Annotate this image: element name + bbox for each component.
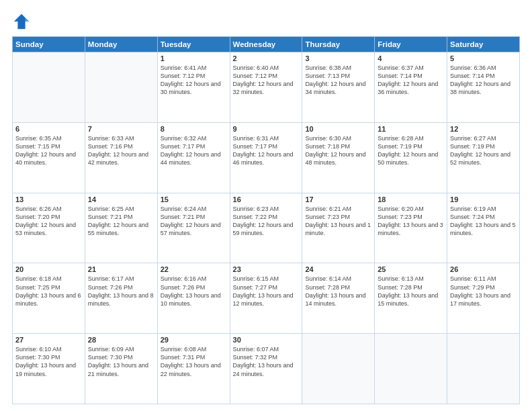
day-number: 16 <box>233 195 300 203</box>
day-number: 1 <box>161 54 227 62</box>
calendar-week-2: 6Sunrise: 6:35 AM Sunset: 7:15 PM Daylig… <box>13 122 520 193</box>
day-number: 22 <box>161 265 227 273</box>
day-info: Sunrise: 6:19 AM Sunset: 7:24 PM Dayligh… <box>450 205 517 238</box>
day-number: 20 <box>15 265 82 273</box>
day-info: Sunrise: 6:17 AM Sunset: 7:26 PM Dayligh… <box>88 275 154 308</box>
logo-icon <box>12 12 31 31</box>
day-number: 8 <box>161 125 227 133</box>
day-number: 29 <box>161 336 227 344</box>
day-number: 11 <box>378 125 444 133</box>
calendar-cell: 5Sunrise: 6:36 AM Sunset: 7:14 PM Daylig… <box>447 52 520 123</box>
calendar-cell: 16Sunrise: 6:23 AM Sunset: 7:22 PM Dayli… <box>230 193 302 263</box>
calendar-week-3: 13Sunrise: 6:26 AM Sunset: 7:20 PM Dayli… <box>13 193 520 263</box>
day-number: 6 <box>15 125 82 133</box>
calendar-cell: 26Sunrise: 6:11 AM Sunset: 7:29 PM Dayli… <box>447 263 520 334</box>
day-info: Sunrise: 6:28 AM Sunset: 7:19 PM Dayligh… <box>378 134 444 167</box>
day-info: Sunrise: 6:36 AM Sunset: 7:14 PM Dayligh… <box>450 64 517 97</box>
calendar-cell: 10Sunrise: 6:30 AM Sunset: 7:18 PM Dayli… <box>302 122 375 193</box>
calendar-cell: 28Sunrise: 6:09 AM Sunset: 7:30 PM Dayli… <box>85 334 157 404</box>
day-number: 27 <box>15 336 82 344</box>
calendar-cell: 12Sunrise: 6:27 AM Sunset: 7:19 PM Dayli… <box>447 122 520 193</box>
day-number: 5 <box>450 54 517 62</box>
calendar-cell: 30Sunrise: 6:07 AM Sunset: 7:32 PM Dayli… <box>230 334 302 404</box>
header <box>12 12 520 31</box>
calendar-cell: 8Sunrise: 6:32 AM Sunset: 7:17 PM Daylig… <box>157 122 230 193</box>
day-number: 30 <box>233 336 300 344</box>
calendar-cell: 2Sunrise: 6:40 AM Sunset: 7:12 PM Daylig… <box>230 52 302 123</box>
weekday-header-tuesday: Tuesday <box>157 37 230 52</box>
day-info: Sunrise: 6:11 AM Sunset: 7:29 PM Dayligh… <box>450 275 517 308</box>
calendar-cell: 11Sunrise: 6:28 AM Sunset: 7:19 PM Dayli… <box>375 122 447 193</box>
day-info: Sunrise: 6:23 AM Sunset: 7:22 PM Dayligh… <box>233 205 300 238</box>
day-number: 19 <box>450 195 517 203</box>
day-info: Sunrise: 6:08 AM Sunset: 7:31 PM Dayligh… <box>161 345 227 378</box>
day-number: 24 <box>305 265 371 273</box>
day-info: Sunrise: 6:25 AM Sunset: 7:21 PM Dayligh… <box>88 205 154 238</box>
day-number: 13 <box>15 195 82 203</box>
calendar-cell: 14Sunrise: 6:25 AM Sunset: 7:21 PM Dayli… <box>85 193 157 263</box>
day-number: 12 <box>450 125 517 133</box>
day-info: Sunrise: 6:33 AM Sunset: 7:16 PM Dayligh… <box>88 134 154 167</box>
calendar-cell: 4Sunrise: 6:37 AM Sunset: 7:14 PM Daylig… <box>375 52 447 123</box>
day-info: Sunrise: 6:14 AM Sunset: 7:28 PM Dayligh… <box>305 275 371 308</box>
weekday-header-friday: Friday <box>375 37 447 52</box>
calendar-cell: 6Sunrise: 6:35 AM Sunset: 7:15 PM Daylig… <box>13 122 85 193</box>
calendar-cell: 23Sunrise: 6:15 AM Sunset: 7:27 PM Dayli… <box>230 263 302 334</box>
calendar-cell: 22Sunrise: 6:16 AM Sunset: 7:26 PM Dayli… <box>157 263 230 334</box>
day-number: 2 <box>233 54 300 62</box>
calendar-cell: 18Sunrise: 6:20 AM Sunset: 7:23 PM Dayli… <box>375 193 447 263</box>
day-number: 23 <box>233 265 300 273</box>
day-number: 10 <box>305 125 371 133</box>
day-number: 7 <box>88 125 154 133</box>
day-number: 14 <box>88 195 154 203</box>
day-info: Sunrise: 6:37 AM Sunset: 7:14 PM Dayligh… <box>378 64 444 97</box>
calendar-week-1: 1Sunrise: 6:41 AM Sunset: 7:12 PM Daylig… <box>13 52 520 123</box>
day-info: Sunrise: 6:24 AM Sunset: 7:21 PM Dayligh… <box>161 205 227 238</box>
day-info: Sunrise: 6:32 AM Sunset: 7:17 PM Dayligh… <box>161 134 227 167</box>
day-info: Sunrise: 6:13 AM Sunset: 7:28 PM Dayligh… <box>378 275 444 308</box>
day-info: Sunrise: 6:26 AM Sunset: 7:20 PM Dayligh… <box>15 205 82 238</box>
day-info: Sunrise: 6:31 AM Sunset: 7:17 PM Dayligh… <box>233 134 300 167</box>
day-number: 4 <box>378 54 444 62</box>
calendar-cell: 19Sunrise: 6:19 AM Sunset: 7:24 PM Dayli… <box>447 193 520 263</box>
calendar-cell <box>447 334 520 404</box>
calendar-header: SundayMondayTuesdayWednesdayThursdayFrid… <box>13 37 520 52</box>
day-info: Sunrise: 6:18 AM Sunset: 7:25 PM Dayligh… <box>15 275 82 308</box>
calendar-cell: 25Sunrise: 6:13 AM Sunset: 7:28 PM Dayli… <box>375 263 447 334</box>
day-number: 18 <box>378 195 444 203</box>
day-number: 28 <box>88 336 154 344</box>
calendar-cell: 9Sunrise: 6:31 AM Sunset: 7:17 PM Daylig… <box>230 122 302 193</box>
weekday-header-monday: Monday <box>85 37 157 52</box>
svg-marker-1 <box>26 17 30 21</box>
day-info: Sunrise: 6:16 AM Sunset: 7:26 PM Dayligh… <box>161 275 227 308</box>
page: SundayMondayTuesdayWednesdayThursdayFrid… <box>0 0 532 411</box>
calendar-cell: 17Sunrise: 6:21 AM Sunset: 7:23 PM Dayli… <box>302 193 375 263</box>
calendar-cell: 13Sunrise: 6:26 AM Sunset: 7:20 PM Dayli… <box>13 193 85 263</box>
day-info: Sunrise: 6:10 AM Sunset: 7:30 PM Dayligh… <box>15 345 82 378</box>
calendar-cell <box>85 52 157 123</box>
weekday-header-wednesday: Wednesday <box>230 37 302 52</box>
day-info: Sunrise: 6:07 AM Sunset: 7:32 PM Dayligh… <box>233 345 300 378</box>
calendar-cell: 27Sunrise: 6:10 AM Sunset: 7:30 PM Dayli… <box>13 334 85 404</box>
day-number: 26 <box>450 265 517 273</box>
day-number: 9 <box>233 125 300 133</box>
calendar-cell: 29Sunrise: 6:08 AM Sunset: 7:31 PM Dayli… <box>157 334 230 404</box>
weekday-header-saturday: Saturday <box>447 37 520 52</box>
calendar-body: 1Sunrise: 6:41 AM Sunset: 7:12 PM Daylig… <box>13 52 520 404</box>
calendar-cell <box>302 334 375 404</box>
calendar-cell <box>13 52 85 123</box>
calendar-week-5: 27Sunrise: 6:10 AM Sunset: 7:30 PM Dayli… <box>13 334 520 404</box>
day-number: 17 <box>305 195 371 203</box>
calendar-cell: 15Sunrise: 6:24 AM Sunset: 7:21 PM Dayli… <box>157 193 230 263</box>
calendar-week-4: 20Sunrise: 6:18 AM Sunset: 7:25 PM Dayli… <box>13 263 520 334</box>
weekday-header-thursday: Thursday <box>302 37 375 52</box>
day-number: 3 <box>305 54 371 62</box>
weekday-header-row: SundayMondayTuesdayWednesdayThursdayFrid… <box>13 37 520 52</box>
day-info: Sunrise: 6:09 AM Sunset: 7:30 PM Dayligh… <box>88 345 154 378</box>
calendar-cell: 20Sunrise: 6:18 AM Sunset: 7:25 PM Dayli… <box>13 263 85 334</box>
day-number: 21 <box>88 265 154 273</box>
day-info: Sunrise: 6:27 AM Sunset: 7:19 PM Dayligh… <box>450 134 517 167</box>
day-info: Sunrise: 6:41 AM Sunset: 7:12 PM Dayligh… <box>161 64 227 97</box>
logo <box>12 12 34 31</box>
calendar-cell: 21Sunrise: 6:17 AM Sunset: 7:26 PM Dayli… <box>85 263 157 334</box>
